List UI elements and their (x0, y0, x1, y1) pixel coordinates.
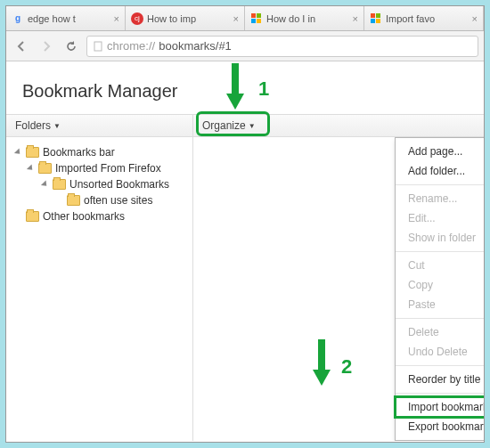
menu-add-folder[interactable]: Add folder... (396, 161, 484, 181)
browser-tab[interactable]: Import favo × (364, 6, 484, 30)
folders-header[interactable]: Folders ▼ (6, 115, 193, 136)
svg-rect-7 (376, 19, 380, 23)
page-icon (93, 41, 103, 52)
menu-edit: Edit... (396, 208, 484, 228)
close-icon[interactable]: × (472, 13, 478, 24)
svg-rect-9 (232, 63, 239, 95)
close-icon[interactable]: × (353, 13, 358, 24)
menu-undo-delete: Undo Delete (396, 342, 484, 362)
menu-export-html[interactable]: Export bookmarks to HTML file... (396, 417, 484, 436)
reload-button[interactable] (61, 37, 81, 56)
menu-copy: Copy (396, 275, 484, 295)
tree-node[interactable]: often use sites (10, 192, 189, 208)
tab-strip: g edge how t × cj How to imp × How do I … (6, 6, 484, 31)
folder-tree: Bookmarks bar Imported From Firefox Unso… (6, 137, 193, 441)
url-path: bookmarks/#1 (159, 39, 232, 53)
annotation-arrow-2 (310, 339, 333, 387)
svg-rect-0 (251, 13, 256, 18)
menu-delete: Delete (396, 322, 484, 342)
menu-separator (396, 184, 484, 185)
site-favicon: cj (131, 12, 143, 25)
disclosure-icon[interactable] (13, 148, 22, 157)
menu-separator (396, 318, 484, 319)
menu-reorder[interactable]: Reorder by title (396, 370, 484, 389)
menu-separator (396, 251, 484, 252)
tab-label: How to imp (147, 13, 230, 24)
google-favicon: g (12, 12, 24, 25)
organize-menu: Add page... Add folder... Rename... Edit… (395, 137, 484, 441)
menu-separator (396, 393, 484, 394)
svg-rect-3 (257, 19, 261, 23)
chrome-window: g edge how t × cj How to imp × How do I … (5, 5, 485, 443)
svg-rect-5 (376, 13, 380, 18)
close-icon[interactable]: × (233, 13, 239, 24)
url-scheme: chrome:// (107, 39, 155, 53)
browser-tab[interactable]: How do I in × (245, 6, 364, 30)
tree-label: Unsorted Bookmarks (69, 178, 169, 191)
folder-icon (26, 147, 39, 158)
browser-tab[interactable]: cj How to imp × (126, 6, 245, 30)
folder-icon (67, 195, 80, 206)
tree-label: Imported From Firefox (55, 162, 161, 175)
folders-label: Folders (15, 119, 51, 132)
tree-label: Other bookmarks (43, 210, 125, 223)
address-bar[interactable]: chrome://bookmarks/#1 (86, 36, 478, 57)
browser-tab[interactable]: g edge how t × (6, 6, 126, 30)
menu-separator (396, 365, 484, 366)
menu-cut: Cut (396, 256, 484, 275)
toolbar: chrome://bookmarks/#1 (6, 31, 484, 61)
menu-show-in-folder: Show in folder (396, 228, 484, 248)
ms-favicon (370, 12, 382, 25)
organize-header[interactable]: Organize ▼ (193, 115, 265, 136)
disclosure-icon[interactable] (40, 180, 49, 189)
tree-label: Bookmarks bar (43, 146, 115, 159)
bookmark-list: e preserving tra Add page... Add folder.… (193, 137, 484, 441)
svg-rect-10 (318, 339, 325, 371)
folder-icon (26, 211, 39, 222)
chevron-down-icon: ▼ (53, 122, 61, 130)
folder-icon (38, 163, 52, 174)
tab-label: Import favo (386, 13, 469, 24)
ms-favicon (250, 12, 263, 25)
organize-label: Organize (202, 119, 246, 132)
svg-rect-8 (94, 42, 102, 51)
tree-node[interactable]: Unsorted Bookmarks (10, 176, 189, 192)
tab-label: How do I in (266, 13, 349, 24)
tree-node[interactable]: Bookmarks bar (10, 144, 189, 160)
tree-node[interactable]: Imported From Firefox (10, 160, 189, 176)
svg-rect-1 (257, 13, 261, 18)
svg-rect-6 (371, 19, 375, 23)
folder-icon (53, 179, 66, 190)
bookmarks-page: Bookmark Manager Folders ▼ Organize ▼ Bo… (6, 61, 484, 442)
menu-paste: Paste (396, 295, 484, 314)
back-button[interactable] (12, 37, 31, 56)
tree-node[interactable]: Other bookmarks (10, 208, 189, 224)
disclosure-icon[interactable] (26, 164, 35, 173)
chevron-down-icon: ▼ (249, 122, 256, 130)
tree-label: often use sites (84, 194, 152, 207)
tab-label: edge how t (28, 13, 110, 24)
annotation-arrow-1 (224, 63, 247, 111)
column-headers: Folders ▼ Organize ▼ (6, 114, 484, 137)
menu-rename: Rename... (396, 189, 484, 208)
menu-add-page[interactable]: Add page... (396, 142, 484, 161)
svg-rect-2 (251, 19, 256, 23)
forward-button[interactable] (37, 37, 56, 56)
page-body: Bookmarks bar Imported From Firefox Unso… (6, 137, 484, 441)
menu-import-html[interactable]: Import bookmarks from HTML file... (396, 397, 484, 417)
svg-rect-4 (371, 13, 375, 18)
close-icon[interactable]: × (114, 13, 119, 24)
